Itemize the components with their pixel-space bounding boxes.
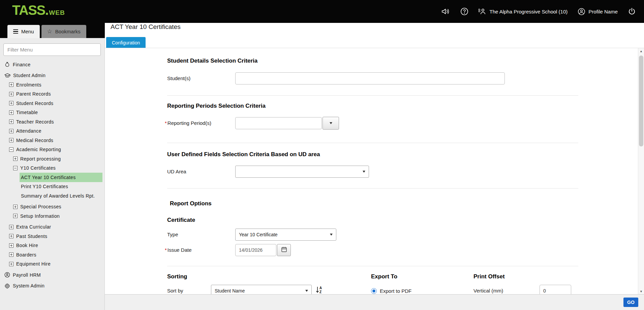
section-divider: [167, 95, 578, 96]
sort-az-icon[interactable]: AZ: [315, 285, 324, 294]
help-icon[interactable]: [460, 7, 468, 15]
scroll-up-icon[interactable]: ▲: [638, 48, 644, 54]
sidebar-menu-tree: FinanceStudent AdminEnrolmentsParent Rec…: [0, 60, 105, 290]
expand-plus-icon[interactable]: [13, 205, 18, 209]
sidebar-item-setup-information[interactable]: Setup Information: [0, 211, 105, 221]
sidebar-item-past-students[interactable]: Past Students: [0, 232, 105, 241]
sidebar-item-teacher-records[interactable]: Teacher Records: [0, 117, 105, 127]
students-label: Student(s): [167, 72, 190, 84]
sort-by-select[interactable]: Student Name: [211, 285, 312, 294]
expand-plus-icon[interactable]: [9, 82, 13, 87]
expand-plus-icon[interactable]: [9, 129, 13, 133]
sidebar-item-label: Setup Information: [20, 213, 60, 219]
collapse-minus-icon[interactable]: [13, 166, 18, 170]
reporting-period-dropdown-button[interactable]: [323, 117, 339, 130]
sidebar-item-student-admin[interactable]: Student Admin: [0, 71, 105, 80]
tab-menu-label: Menu: [21, 29, 34, 34]
tab-bookmarks[interactable]: ☆ Bookmarks: [41, 25, 86, 38]
sidebar-item-equipment-hire[interactable]: Equipment Hire: [0, 260, 105, 269]
money-bag-icon: [4, 62, 10, 67]
expand-plus-icon[interactable]: [9, 138, 13, 142]
sidebar-item-timetable[interactable]: Timetable: [0, 108, 105, 117]
certificate-type-select[interactable]: Year 10 Certificate: [235, 229, 336, 241]
sidebar-item-label: Academic Reporting: [16, 147, 61, 152]
profile-icon: [578, 8, 585, 15]
reporting-period-label-text: Reporting Period(s): [167, 120, 211, 126]
sidebar-item-summary-of-awarded-levels-rpt[interactable]: Summary of Awarded Levels Rpt.: [20, 191, 102, 201]
sidebar-item-special-processes[interactable]: Special Processes: [0, 202, 105, 212]
expand-plus-icon[interactable]: [9, 92, 13, 96]
sidebar-item-label: Book Hire: [16, 243, 38, 248]
profile-menu[interactable]: Profile Name: [578, 8, 618, 15]
expand-plus-icon[interactable]: [9, 243, 13, 248]
go-button[interactable]: GO: [623, 298, 638, 307]
issue-date-calendar-button[interactable]: [277, 244, 291, 256]
expand-plus-icon[interactable]: [9, 119, 13, 124]
page-title: ACT Year 10 Certificates: [111, 23, 181, 31]
sidebar-item-print-y10-certificates[interactable]: Print Y10 Certificates: [20, 182, 102, 192]
expand-plus-icon[interactable]: [9, 234, 13, 238]
brand-secondary-text: WEB: [49, 9, 65, 16]
sidebar-item-label: Student Admin: [13, 73, 45, 78]
sidebar-item-label: Enrolments: [16, 82, 41, 88]
collapse-minus-icon[interactable]: [9, 147, 13, 152]
sidebar-item-boarders[interactable]: Boarders: [0, 250, 105, 260]
issue-date-input[interactable]: [235, 244, 276, 256]
subheading-certificate: Certificate: [167, 217, 195, 223]
ud-area-label: UD Area: [167, 166, 186, 178]
vertical-offset-input[interactable]: [540, 285, 571, 294]
expand-plus-icon[interactable]: [13, 157, 18, 161]
svg-text:Z: Z: [319, 290, 321, 294]
tass-logo[interactable]: TASS. WEB: [12, 3, 65, 18]
reporting-period-input[interactable]: [235, 117, 322, 129]
sidebar-item-academic-reporting[interactable]: Academic Reporting: [0, 145, 105, 154]
footer-bar: GO: [105, 294, 644, 310]
sidebar-item-report-processing[interactable]: Report processing: [0, 154, 105, 164]
school-selector[interactable]: The Alpha Progressive School (10): [479, 8, 568, 15]
sidebar-item-attendance[interactable]: Attendance: [0, 127, 105, 136]
sidebar-item-extra-curricular[interactable]: Extra Curricular: [0, 222, 105, 232]
sidebar-item-parent-records[interactable]: Parent Records: [0, 90, 105, 99]
expand-plus-icon[interactable]: [9, 110, 13, 115]
sidebar-item-label: Y10 Certificates: [20, 165, 56, 171]
expand-plus-icon[interactable]: [9, 252, 13, 257]
sidebar-item-label: Payroll HRM: [13, 272, 41, 278]
sidebar-item-label: Past Students: [16, 234, 47, 239]
required-asterisk: *: [165, 120, 167, 126]
sidebar-item-medical-records[interactable]: Medical Records: [0, 136, 105, 145]
sidebar-item-label: Attendance: [16, 128, 41, 134]
sidebar-item-book-hire[interactable]: Book Hire: [0, 241, 105, 250]
sidebar-item-label: Boarders: [16, 252, 36, 257]
export-to-pdf-radio[interactable]: Export to PDF: [371, 285, 411, 294]
scroll-down-icon[interactable]: ▼: [638, 288, 644, 294]
sidebar-item-payroll-hrm[interactable]: Payroll HRM: [0, 270, 105, 280]
sidebar-item-label: Finance: [13, 62, 31, 67]
tab-menu[interactable]: Menu: [7, 25, 40, 38]
tab-configuration[interactable]: Configuration: [106, 37, 146, 48]
filter-menu-input[interactable]: [3, 43, 101, 56]
expand-plus-icon[interactable]: [9, 225, 13, 229]
subheading-export-to: Export To: [371, 273, 397, 280]
sort-by-select-value: Student Name: [215, 288, 245, 294]
reporting-period-label: *Reporting Period(s): [165, 117, 211, 129]
sidebar-item-enrolments[interactable]: Enrolments: [0, 80, 105, 90]
bookmark-star-icon: ☆: [47, 29, 52, 34]
sidebar-item-system-admin[interactable]: System Admin: [0, 281, 105, 291]
sidebar-item-finance[interactable]: Finance: [0, 60, 105, 69]
power-icon[interactable]: [628, 7, 636, 15]
content-scrollbar[interactable]: ▲ ▼: [638, 48, 644, 294]
megaphone-icon[interactable]: [441, 8, 450, 15]
ud-area-select[interactable]: [235, 166, 369, 178]
expand-plus-icon[interactable]: [9, 101, 13, 105]
expand-plus-icon[interactable]: [13, 214, 18, 218]
sidebar-item-y10-certificates[interactable]: Y10 Certificates: [0, 164, 105, 173]
sidebar-item-act-year-10-certificates[interactable]: ACT Year 10 Certificates: [20, 173, 102, 182]
expand-plus-icon[interactable]: [9, 262, 13, 266]
sidebar-item-label: Print Y10 Certificates: [21, 184, 68, 189]
sidebar-item-label: ACT Year 10 Certificates: [21, 175, 76, 180]
sidebar-item-student-records[interactable]: Student Records: [0, 99, 105, 108]
section-divider: [167, 143, 578, 143]
students-input[interactable]: [235, 72, 505, 84]
scrollbar-thumb[interactable]: [639, 56, 643, 146]
sidebar-item-label: Special Processes: [20, 204, 61, 209]
